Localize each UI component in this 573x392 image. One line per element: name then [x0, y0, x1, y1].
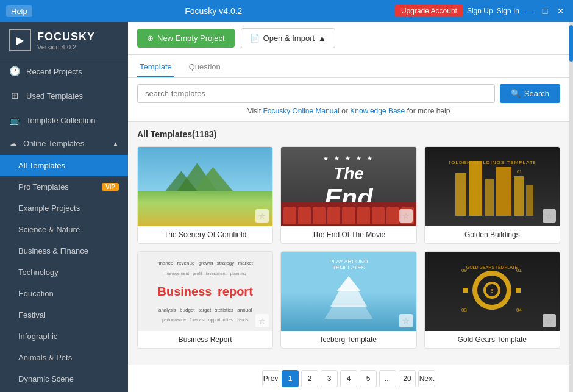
sidebar-sub-item-business-finance[interactable]: Business & Finance [0, 240, 128, 262]
favorite-button-business[interactable]: ☆ [255, 314, 269, 327]
sidebar-sub-item-science-nature[interactable]: Science & Nature [0, 219, 128, 240]
page-button-3[interactable]: 3 [321, 370, 338, 387]
sidebar-item-online-templates[interactable]: ☁ Online Templates ▲ [0, 132, 128, 155]
svg-text:03: 03 [461, 307, 467, 313]
sidebar-sub-item-infographic[interactable]: Infographic [0, 326, 128, 347]
template-card-iceberg[interactable]: PLAY AROUNDTEMPLATES ☆ Iceberg Template [280, 251, 416, 349]
svg-rect-16 [489, 271, 494, 276]
svg-marker-12 [330, 290, 367, 307]
tab-template[interactable]: Template [137, 59, 174, 77]
sub-item-label: Dynamic Scene [18, 374, 74, 383]
prev-page-button[interactable]: Prev [262, 370, 279, 387]
template-card-business[interactable]: finance revenue growth strategy market m… [137, 251, 273, 349]
logo-icon: ▶ [9, 29, 31, 51]
sidebar-item-recent-projects[interactable]: 🕐 Recent Projects [0, 59, 128, 84]
page-button-20[interactable]: 20 [399, 370, 416, 387]
close-button[interactable]: ✕ [555, 5, 567, 17]
online-manual-link[interactable]: Focusky Online Manual [263, 107, 339, 115]
template-thumb-cornfield: ☆ [138, 147, 272, 226]
upgrade-button[interactable]: Upgrade Account [395, 5, 463, 17]
scrollbar[interactable] [569, 22, 573, 392]
next-page-button[interactable]: Next [418, 370, 435, 387]
pagination: Prev 1 2 3 4 5 ... 20 Next [128, 365, 569, 392]
template-card-movie[interactable]: ★ ★ ★ ★ ★ The End Cinema ☆ The End Of Th… [280, 146, 416, 244]
help-suffix: for more help [407, 107, 450, 115]
help-prefix: Visit [247, 107, 261, 115]
sidebar-sub-item-animals-pets[interactable]: Animals & Pets [0, 347, 128, 368]
signup-link[interactable]: Sign Up [467, 7, 493, 15]
search-input-wrap [137, 84, 495, 103]
chevron-up-icon: ▲ [112, 140, 119, 148]
minimize-button[interactable]: — [523, 5, 535, 17]
tab-question[interactable]: Question [187, 59, 223, 77]
search-input[interactable] [138, 85, 494, 102]
sidebar-sub-item-pro-templates[interactable]: Pro Templates VIP [0, 176, 128, 198]
app-title: Focusky v4.0.2 [32, 6, 395, 16]
open-import-label: Open & Import [263, 34, 315, 43]
sidebar-sub-item-3d-background[interactable]: 3D Background [0, 390, 128, 392]
signin-link[interactable]: Sign In [497, 7, 519, 15]
template-card-buildings[interactable]: GOLDEN BUILDINGS TEMPLATE 01 ☆ Golden Bu… [424, 146, 560, 244]
sub-item-label: Education [18, 289, 54, 298]
template-card-gears[interactable]: 5 09 01 03 04 GOLD GEARS TEMPLATE ☆ Gold… [424, 251, 560, 349]
page-button-2[interactable]: 2 [301, 370, 318, 387]
sub-item-label: Animals & Pets [18, 353, 72, 362]
favorite-button-cornfield[interactable]: ☆ [255, 209, 269, 223]
template-name-business: Business Report [138, 331, 272, 348]
page-button-ellipsis[interactable]: ... [379, 370, 396, 387]
template-thumb-gears: 5 09 01 03 04 GOLD GEARS TEMPLATE ☆ [425, 252, 560, 331]
svg-rect-3 [455, 173, 466, 216]
page-button-5[interactable]: 5 [360, 370, 377, 387]
page-button-4[interactable]: 4 [340, 370, 357, 387]
sidebar-sub-item-education[interactable]: Education [0, 283, 128, 304]
help-button[interactable]: Help [6, 5, 32, 17]
online-templates-label: Online Templates [23, 139, 84, 148]
logo-area: ▶ FOCUSKY Version 4.0.2 [0, 22, 128, 59]
template-collection-icon: 📺 [9, 115, 20, 126]
logo-title: FOCUSKY [37, 30, 95, 43]
online-templates-left: ☁ Online Templates [9, 139, 84, 148]
sidebar-sub-item-festival[interactable]: Festival [0, 304, 128, 326]
sub-item-label: Business & Finance [18, 246, 88, 255]
search-row: 🔍 Search [137, 84, 560, 103]
favorite-button-iceberg[interactable]: ☆ [399, 314, 413, 327]
svg-rect-18 [463, 288, 468, 293]
section-title: All Templates(1183) [137, 129, 560, 139]
file-icon: 📄 [250, 34, 260, 43]
logo-text: FOCUSKY Version 4.0.2 [37, 30, 95, 51]
open-import-button[interactable]: 📄 Open & Import ▲ [241, 28, 335, 48]
search-area: 🔍 Search Visit Focusky Online Manual or … [128, 78, 569, 122]
used-templates-icon: ⊞ [9, 90, 20, 101]
sidebar-sub-item-dynamic-scene[interactable]: Dynamic Scene [0, 368, 128, 390]
new-project-button[interactable]: ⊕ New Empty Project [137, 29, 235, 48]
sub-item-label: Festival [18, 310, 46, 319]
favorite-button-buildings[interactable]: ☆ [543, 209, 556, 223]
plus-circle-icon: ⊕ [147, 34, 154, 43]
sidebar-sub-item-technology[interactable]: Technology [0, 262, 128, 283]
sub-item-label: Science & Nature [18, 225, 80, 234]
sidebar-nav: 🕐 Recent Projects ⊞ Used Templates 📺 Tem… [0, 59, 128, 392]
favorite-button-gears[interactable]: ☆ [543, 314, 556, 327]
app-body: ▶ FOCUSKY Version 4.0.2 🕐 Recent Project… [0, 22, 573, 392]
sidebar-item-used-templates[interactable]: ⊞ Used Templates [0, 84, 128, 108]
search-icon: 🔍 [511, 89, 521, 98]
sidebar-sub-item-all-templates[interactable]: All Templates [0, 155, 128, 176]
sidebar-sub-item-example-projects[interactable]: Example Projects [0, 198, 128, 219]
favorite-button-movie[interactable]: ☆ [399, 209, 413, 223]
search-button[interactable]: 🔍 Search [500, 84, 560, 103]
sidebar-item-template-collection[interactable]: 📺 Template Collection [0, 108, 128, 132]
svg-rect-8 [526, 185, 533, 216]
template-name-cornfield: The Scenery Of Cornfield [138, 226, 272, 243]
template-card-cornfield[interactable]: ☆ The Scenery Of Cornfield [137, 146, 273, 244]
scroll-thumb [569, 25, 573, 62]
svg-text:GOLDEN BUILDINGS TEMPLATE: GOLDEN BUILDINGS TEMPLATE [449, 160, 535, 165]
svg-text:GOLD GEARS TEMPLATE: GOLD GEARS TEMPLATE [466, 265, 518, 269]
sidebar-item-label: Used Templates [26, 91, 83, 101]
sub-item-label: Technology [18, 268, 59, 277]
sub-item-label: All Templates [18, 161, 65, 170]
knowledge-base-link[interactable]: Knowledge Base [350, 107, 405, 115]
page-button-1[interactable]: 1 [282, 370, 299, 387]
svg-rect-19 [516, 288, 521, 293]
sub-item-label: Infographic [18, 332, 57, 341]
maximize-button[interactable]: □ [539, 5, 551, 17]
